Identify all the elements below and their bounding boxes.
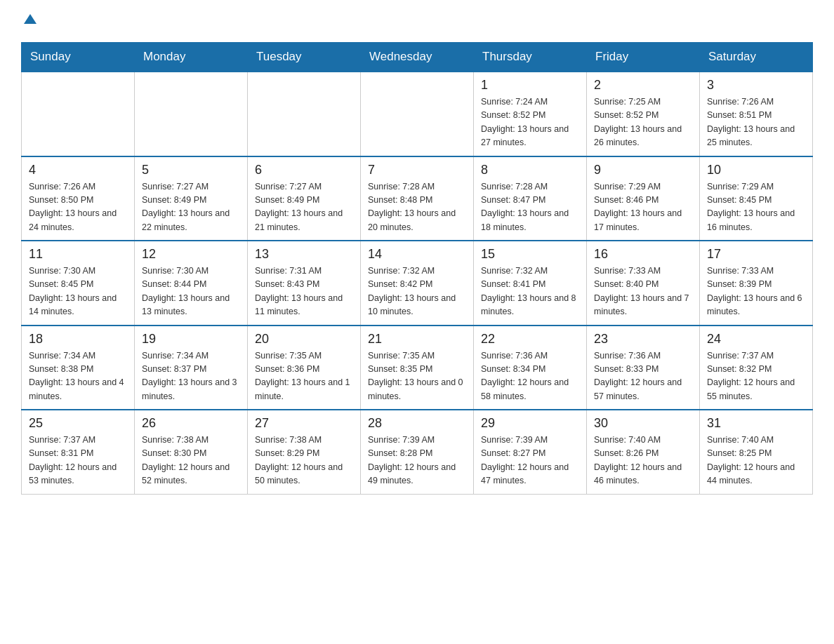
calendar-cell: 30Sunrise: 7:40 AMSunset: 8:26 PMDayligh…	[587, 410, 700, 494]
day-info: Sunrise: 7:31 AMSunset: 8:43 PMDaylight:…	[255, 264, 353, 319]
day-number: 1	[481, 78, 579, 93]
calendar-cell: 28Sunrise: 7:39 AMSunset: 8:28 PMDayligh…	[361, 410, 474, 494]
day-number: 13	[255, 247, 353, 262]
calendar-cell: 21Sunrise: 7:35 AMSunset: 8:35 PMDayligh…	[361, 326, 474, 410]
week-row-2: 4Sunrise: 7:26 AMSunset: 8:50 PMDaylight…	[22, 156, 813, 241]
calendar-cell	[135, 72, 248, 156]
calendar-cell: 13Sunrise: 7:31 AMSunset: 8:43 PMDayligh…	[248, 241, 361, 326]
calendar-cell: 19Sunrise: 7:34 AMSunset: 8:37 PMDayligh…	[135, 326, 248, 410]
calendar-cell: 18Sunrise: 7:34 AMSunset: 8:38 PMDayligh…	[22, 326, 135, 410]
day-number: 4	[29, 163, 127, 177]
day-info: Sunrise: 7:27 AMSunset: 8:49 PMDaylight:…	[255, 180, 353, 235]
day-info: Sunrise: 7:35 AMSunset: 8:35 PMDaylight:…	[368, 349, 466, 404]
calendar-cell: 29Sunrise: 7:39 AMSunset: 8:27 PMDayligh…	[474, 410, 587, 494]
day-info: Sunrise: 7:28 AMSunset: 8:48 PMDaylight:…	[368, 180, 466, 235]
day-number: 23	[594, 332, 692, 347]
week-row-3: 11Sunrise: 7:30 AMSunset: 8:45 PMDayligh…	[22, 241, 813, 326]
calendar-cell: 24Sunrise: 7:37 AMSunset: 8:32 PMDayligh…	[700, 326, 813, 410]
day-info: Sunrise: 7:37 AMSunset: 8:31 PMDaylight:…	[29, 434, 127, 488]
calendar-cell: 11Sunrise: 7:30 AMSunset: 8:45 PMDayligh…	[22, 241, 135, 326]
calendar-cell: 25Sunrise: 7:37 AMSunset: 8:31 PMDayligh…	[22, 410, 135, 494]
calendar-cell: 9Sunrise: 7:29 AMSunset: 8:46 PMDaylight…	[587, 156, 700, 241]
calendar-cell: 7Sunrise: 7:28 AMSunset: 8:48 PMDaylight…	[361, 156, 474, 241]
day-info: Sunrise: 7:26 AMSunset: 8:50 PMDaylight:…	[29, 180, 127, 235]
day-number: 7	[368, 163, 466, 177]
calendar-cell: 4Sunrise: 7:26 AMSunset: 8:50 PMDaylight…	[22, 156, 135, 241]
day-info: Sunrise: 7:39 AMSunset: 8:28 PMDaylight:…	[368, 434, 466, 488]
calendar-cell	[361, 72, 474, 156]
day-number: 8	[481, 163, 579, 177]
day-number: 16	[594, 247, 692, 262]
day-number: 15	[481, 247, 579, 262]
day-info: Sunrise: 7:33 AMSunset: 8:40 PMDaylight:…	[594, 264, 692, 319]
day-number: 24	[707, 332, 805, 347]
day-number: 25	[29, 416, 127, 431]
week-row-5: 25Sunrise: 7:37 AMSunset: 8:31 PMDayligh…	[22, 410, 813, 494]
day-info: Sunrise: 7:30 AMSunset: 8:44 PMDaylight:…	[142, 264, 240, 319]
calendar-cell: 23Sunrise: 7:36 AMSunset: 8:33 PMDayligh…	[587, 326, 700, 410]
day-info: Sunrise: 7:30 AMSunset: 8:45 PMDaylight:…	[29, 264, 127, 319]
day-info: Sunrise: 7:32 AMSunset: 8:41 PMDaylight:…	[481, 264, 579, 319]
week-row-1: 1Sunrise: 7:24 AMSunset: 8:52 PMDaylight…	[22, 72, 813, 156]
calendar-cell: 15Sunrise: 7:32 AMSunset: 8:41 PMDayligh…	[474, 241, 587, 326]
day-info: Sunrise: 7:40 AMSunset: 8:25 PMDaylight:…	[707, 434, 805, 488]
day-info: Sunrise: 7:40 AMSunset: 8:26 PMDaylight:…	[594, 434, 692, 488]
day-info: Sunrise: 7:36 AMSunset: 8:34 PMDaylight:…	[481, 349, 579, 404]
day-info: Sunrise: 7:29 AMSunset: 8:46 PMDaylight:…	[594, 180, 692, 235]
day-number: 19	[142, 332, 240, 347]
day-number: 6	[255, 163, 353, 177]
day-info: Sunrise: 7:24 AMSunset: 8:52 PMDaylight:…	[481, 95, 579, 150]
day-number: 12	[142, 247, 240, 262]
day-info: Sunrise: 7:38 AMSunset: 8:29 PMDaylight:…	[255, 434, 353, 488]
day-number: 28	[368, 416, 466, 431]
week-row-4: 18Sunrise: 7:34 AMSunset: 8:38 PMDayligh…	[22, 326, 813, 410]
day-number: 5	[142, 163, 240, 177]
col-tuesday: Tuesday	[248, 43, 361, 72]
calendar-cell: 10Sunrise: 7:29 AMSunset: 8:45 PMDayligh…	[700, 156, 813, 241]
day-number: 29	[481, 416, 579, 431]
day-number: 2	[594, 78, 692, 93]
day-info: Sunrise: 7:34 AMSunset: 8:38 PMDaylight:…	[29, 349, 127, 404]
day-number: 20	[255, 332, 353, 347]
calendar-cell: 12Sunrise: 7:30 AMSunset: 8:44 PMDayligh…	[135, 241, 248, 326]
calendar-cell: 2Sunrise: 7:25 AMSunset: 8:52 PMDaylight…	[587, 72, 700, 156]
col-thursday: Thursday	[474, 43, 587, 72]
page-header	[21, 14, 813, 29]
day-number: 17	[707, 247, 805, 262]
col-wednesday: Wednesday	[361, 43, 474, 72]
day-info: Sunrise: 7:29 AMSunset: 8:45 PMDaylight:…	[707, 180, 805, 235]
calendar-table: Sunday Monday Tuesday Wednesday Thursday…	[21, 42, 813, 495]
day-number: 14	[368, 247, 466, 262]
col-friday: Friday	[587, 43, 700, 72]
day-info: Sunrise: 7:34 AMSunset: 8:37 PMDaylight:…	[142, 349, 240, 404]
day-info: Sunrise: 7:37 AMSunset: 8:32 PMDaylight:…	[707, 349, 805, 404]
day-number: 31	[707, 416, 805, 431]
day-info: Sunrise: 7:28 AMSunset: 8:47 PMDaylight:…	[481, 180, 579, 235]
day-info: Sunrise: 7:35 AMSunset: 8:36 PMDaylight:…	[255, 349, 353, 404]
calendar-cell: 22Sunrise: 7:36 AMSunset: 8:34 PMDayligh…	[474, 326, 587, 410]
day-number: 3	[707, 78, 805, 93]
calendar-cell: 31Sunrise: 7:40 AMSunset: 8:25 PMDayligh…	[700, 410, 813, 494]
col-sunday: Sunday	[22, 43, 135, 72]
day-number: 11	[29, 247, 127, 262]
col-saturday: Saturday	[700, 43, 813, 72]
calendar-header-row: Sunday Monday Tuesday Wednesday Thursday…	[22, 43, 813, 72]
calendar-cell: 27Sunrise: 7:38 AMSunset: 8:29 PMDayligh…	[248, 410, 361, 494]
calendar-cell: 8Sunrise: 7:28 AMSunset: 8:47 PMDaylight…	[474, 156, 587, 241]
day-info: Sunrise: 7:33 AMSunset: 8:39 PMDaylight:…	[707, 264, 805, 319]
calendar-cell: 14Sunrise: 7:32 AMSunset: 8:42 PMDayligh…	[361, 241, 474, 326]
calendar-cell: 17Sunrise: 7:33 AMSunset: 8:39 PMDayligh…	[700, 241, 813, 326]
day-number: 9	[594, 163, 692, 177]
calendar-cell: 16Sunrise: 7:33 AMSunset: 8:40 PMDayligh…	[587, 241, 700, 326]
calendar-cell: 5Sunrise: 7:27 AMSunset: 8:49 PMDaylight…	[135, 156, 248, 241]
calendar-cell	[248, 72, 361, 156]
day-info: Sunrise: 7:25 AMSunset: 8:52 PMDaylight:…	[594, 95, 692, 150]
day-info: Sunrise: 7:27 AMSunset: 8:49 PMDaylight:…	[142, 180, 240, 235]
col-monday: Monday	[135, 43, 248, 72]
calendar-cell: 6Sunrise: 7:27 AMSunset: 8:49 PMDaylight…	[248, 156, 361, 241]
day-number: 27	[255, 416, 353, 431]
calendar-cell: 20Sunrise: 7:35 AMSunset: 8:36 PMDayligh…	[248, 326, 361, 410]
day-number: 30	[594, 416, 692, 431]
calendar-cell: 1Sunrise: 7:24 AMSunset: 8:52 PMDaylight…	[474, 72, 587, 156]
calendar-cell	[22, 72, 135, 156]
